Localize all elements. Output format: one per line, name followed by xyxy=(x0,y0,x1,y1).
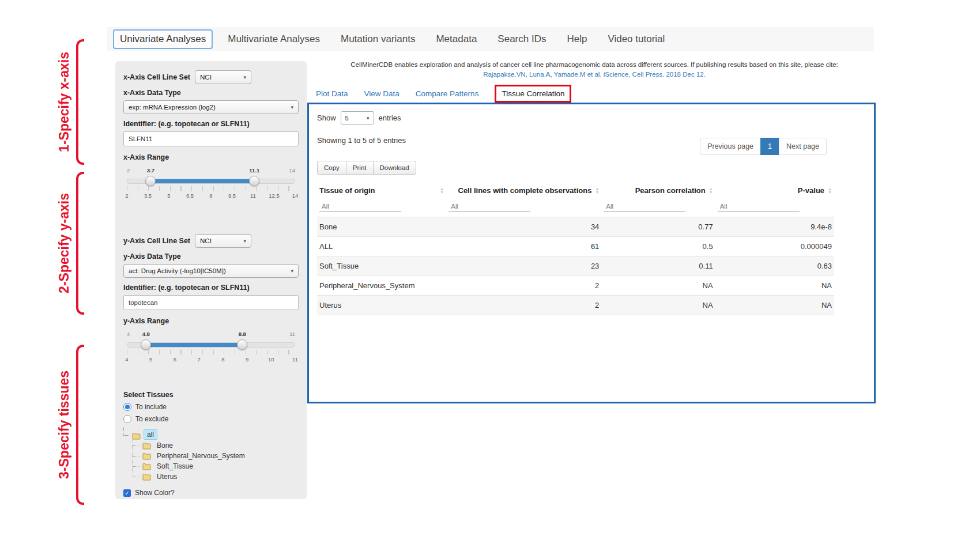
chevron-down-icon: ▾ xyxy=(243,74,246,80)
show-color-checkbox[interactable]: Show Color? xyxy=(123,489,299,497)
y-slider-handle-to[interactable] xyxy=(237,339,247,350)
sort-icon[interactable]: ▲▼ xyxy=(709,187,713,194)
y-axis-section: y-Axis Cell Line Set NCI ▾ y-Axis Data T… xyxy=(123,234,299,373)
column-header-cell-lines[interactable]: Cell lines with complete observations ▲▼ xyxy=(446,182,601,199)
citation-block: CellMinerCDB enables exploration and ana… xyxy=(314,60,875,80)
filter-pvalue-input[interactable] xyxy=(718,201,800,212)
table-row: Soft_Tissue 23 0.11 0.63 xyxy=(317,256,834,276)
table-row: Peripheral_Nervous_System 2 NA NA xyxy=(317,276,834,296)
folder-icon xyxy=(142,452,151,460)
x-cell-line-set-label: x-Axis Cell Line Set xyxy=(123,73,190,81)
analysis-subtabs: Plot Data View Data Compare Patterns Tis… xyxy=(316,85,571,103)
nav-tab-mutation-variants[interactable]: Mutation variants xyxy=(335,31,421,48)
column-header-pvalue[interactable]: P-value ▲▼ xyxy=(715,182,834,199)
x-axis-section: x-Axis Cell Line Set NCI ▾ x-Axis Data T… xyxy=(123,70,299,210)
entries-select[interactable]: 5 ▾ xyxy=(341,111,374,124)
filter-cell-lines-input[interactable] xyxy=(448,201,530,212)
y-axis-range-slider[interactable]: 4 11 4.8 8.8 4 5 6 7 8 9 10 11 xyxy=(127,339,295,373)
sort-icon[interactable]: ▲▼ xyxy=(440,187,444,194)
tab-plot-data[interactable]: Plot Data xyxy=(316,89,348,98)
entries-control: Show 5 ▾ entries xyxy=(317,111,866,124)
checkbox-checked-icon xyxy=(123,489,131,497)
y-slider-handle-from[interactable] xyxy=(141,339,151,350)
annotation-step1-label: 1-Specify x-axis xyxy=(56,52,72,152)
tab-compare-patterns[interactable]: Compare Patterns xyxy=(416,89,479,98)
slider-track[interactable] xyxy=(127,342,295,348)
folder-icon xyxy=(142,473,151,481)
folder-icon xyxy=(142,463,151,470)
download-button[interactable]: Download xyxy=(373,161,416,175)
tissue-tree: all Bone Peripheral_Nervous_System Soft_… xyxy=(123,427,299,482)
chevron-down-icon: ▾ xyxy=(243,238,246,244)
y-data-type-select[interactable]: act: Drug Activity (-log10[IC50M]) ▾ xyxy=(123,264,299,278)
x-range-label: x-Axis Range xyxy=(123,153,299,161)
x-cell-line-set-select[interactable]: NCI ▾ xyxy=(195,70,251,84)
tab-view-data[interactable]: View Data xyxy=(364,89,399,98)
page-1-button[interactable]: 1 xyxy=(760,138,779,155)
control-sidebar: x-Axis Cell Line Set NCI ▾ x-Axis Data T… xyxy=(115,61,307,499)
table-row: ALL 61 0.5 0.000049 xyxy=(317,237,834,256)
citation-link[interactable]: Rajapakse.VN, Luna.A, Yamade.M et al. iS… xyxy=(314,70,875,80)
tree-node-all[interactable]: all xyxy=(123,427,299,440)
y-range-label: y-Axis Range xyxy=(123,317,299,325)
results-table: Tissue of origin ▲▼ Cell lines with comp… xyxy=(317,182,834,315)
annotation-step2-label: 2-Specify y-axis xyxy=(56,193,72,293)
column-header-tissue[interactable]: Tissue of origin ▲▼ xyxy=(317,182,446,199)
tissue-correlation-panel: Show 5 ▾ entries Showing 1 to 5 of 5 ent… xyxy=(307,103,876,403)
x-identifier-label: Identifier: (e.g. topotecan or SLFN11) xyxy=(123,120,299,128)
slider-selected-range xyxy=(146,343,242,347)
tissue-include-radio[interactable]: To include xyxy=(123,403,299,411)
slider-grid xyxy=(127,186,295,191)
next-page-button[interactable]: Next page xyxy=(779,138,827,155)
prev-page-button[interactable]: Previous page xyxy=(700,138,761,155)
chevron-down-icon: ▾ xyxy=(291,104,293,110)
results-table-container: Tissue of origin ▲▼ Cell lines with comp… xyxy=(317,182,834,315)
copy-button[interactable]: Copy xyxy=(317,161,346,175)
annotation-step3-label: 3-Specify tissues xyxy=(56,371,72,479)
x-axis-range-slider[interactable]: 2 14 3.7 11.1 2 3.5 5 6.5 8 9.5 11 12.5 … xyxy=(127,175,295,210)
x-identifier-input[interactable] xyxy=(123,131,299,146)
annotation-bracket xyxy=(76,39,84,165)
chevron-down-icon: ▾ xyxy=(291,268,293,274)
x-slider-handle-from[interactable] xyxy=(145,176,156,186)
radio-checked-icon xyxy=(123,403,131,411)
y-identifier-input[interactable] xyxy=(123,295,299,310)
export-buttons: Copy Print Download xyxy=(317,161,416,175)
y-cell-line-set-select[interactable]: NCI ▾ xyxy=(195,234,251,248)
table-row: Uterus 2 NA NA xyxy=(317,296,834,315)
nav-tab-metadata[interactable]: Metadata xyxy=(430,31,483,48)
sort-icon[interactable]: ▲▼ xyxy=(595,187,599,194)
tree-node-bone[interactable]: Bone xyxy=(133,440,299,451)
annotation-step2: 2-Specify y-axis xyxy=(56,172,84,315)
entries-label: entries xyxy=(379,114,401,122)
x-slider-handle-to[interactable] xyxy=(249,176,259,186)
pagination: Previous page 1 Next page xyxy=(700,138,827,155)
annotation-bracket xyxy=(76,345,84,505)
nav-tab-multivariate-analyses[interactable]: Multivariate Analyses xyxy=(222,31,326,48)
tab-tissue-correlation[interactable]: Tissue Correlation xyxy=(495,85,571,103)
filter-tissue-input[interactable] xyxy=(319,201,401,212)
folder-icon xyxy=(142,442,151,450)
y-identifier-label: Identifier: (e.g. topotecan or SLFN11) xyxy=(123,284,299,292)
column-header-pearson[interactable]: Pearson correlation ▲▼ xyxy=(601,182,715,199)
chevron-down-icon: ▾ xyxy=(367,115,370,121)
tree-node-soft-tissue[interactable]: Soft_Tissue xyxy=(133,461,299,471)
tissues-section: Select Tissues To include To exclude all… xyxy=(123,391,299,499)
nav-tab-video-tutorial[interactable]: Video tutorial xyxy=(602,31,670,48)
radio-unchecked-icon xyxy=(123,415,131,423)
tissue-exclude-radio[interactable]: To exclude xyxy=(123,415,299,423)
tree-node-uterus[interactable]: Uterus xyxy=(133,471,299,482)
nav-tab-help[interactable]: Help xyxy=(561,31,593,48)
table-header-row: Tissue of origin ▲▼ Cell lines with comp… xyxy=(317,182,834,199)
filter-pearson-input[interactable] xyxy=(604,201,685,212)
nav-tab-search-ids[interactable]: Search IDs xyxy=(492,31,552,48)
sort-icon[interactable]: ▲▼ xyxy=(828,187,832,194)
tree-node-peripheral-nervous-system[interactable]: Peripheral_Nervous_System xyxy=(133,451,299,461)
x-data-type-label: x-Axis Data Type xyxy=(123,89,299,97)
x-data-type-select[interactable]: exp: mRNA Expression (log2) ▾ xyxy=(123,100,299,114)
show-label: Show xyxy=(317,114,336,122)
print-button[interactable]: Print xyxy=(346,161,374,175)
table-filter-row xyxy=(317,199,834,217)
nav-tab-univariate-analyses[interactable]: Univariate Analyses xyxy=(113,29,213,49)
main-navbar: Univariate Analyses Multivariate Analyse… xyxy=(107,27,874,51)
